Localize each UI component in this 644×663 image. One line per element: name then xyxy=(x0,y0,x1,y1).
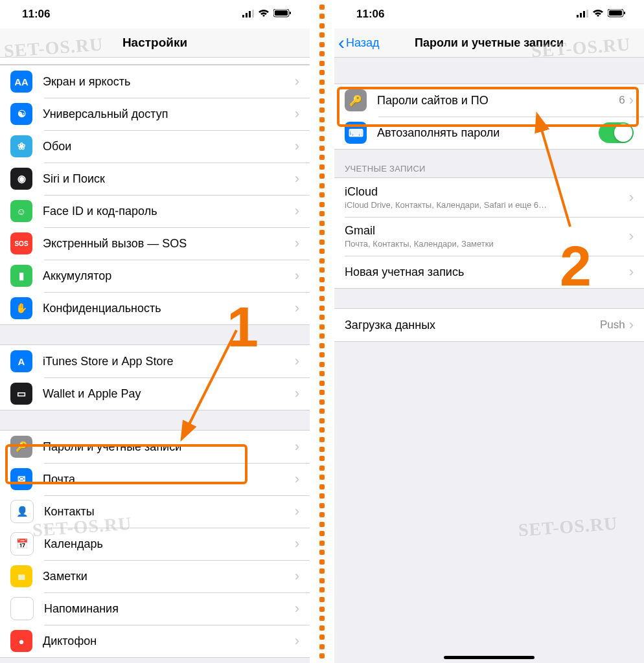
status-bar: 11:06 xyxy=(0,0,310,28)
chevron-right-icon: › xyxy=(629,228,634,245)
mail-icon: ✉ xyxy=(10,468,32,490)
status-time: 11:06 xyxy=(356,8,384,21)
autofill-passwords-row[interactable]: ⌨ Автозаполнять пароли xyxy=(334,117,644,149)
right-screenshot: 11:06 ‹ Назад Пароли и учетные записи 🔑 … xyxy=(334,0,644,663)
settings-row-wallpaper[interactable]: ❀Обои› xyxy=(0,130,310,163)
settings-row-sos[interactable]: SOSЭкстренный вызов — SOS› xyxy=(0,227,310,260)
settings-row-battery[interactable]: ▮Аккумулятор› xyxy=(0,260,310,292)
svg-rect-0 xyxy=(242,15,244,17)
row-label: Siri и Поиск xyxy=(43,172,295,186)
svg-rect-8 xyxy=(580,13,582,17)
row-label: Экран и яркость xyxy=(43,75,295,89)
accessibility-icon: ☯ xyxy=(10,103,32,125)
accounts-header: УЧЕТНЫЕ ЗАПИСИ xyxy=(334,150,644,177)
account-row[interactable]: iCloudiCloud Drive, Контакты, Календари,… xyxy=(334,178,644,217)
siri-icon: ◉ xyxy=(10,168,32,190)
chevron-right-icon: › xyxy=(295,471,299,488)
chevron-right-icon: › xyxy=(295,138,299,155)
chevron-left-icon: ‹ xyxy=(338,33,345,52)
wifi-icon xyxy=(258,8,270,21)
svg-rect-10 xyxy=(586,10,588,17)
chevron-right-icon: › xyxy=(295,170,299,187)
chevron-right-icon: › xyxy=(629,189,634,206)
chevron-right-icon: › xyxy=(295,267,299,284)
calendar-icon: 📅 xyxy=(10,532,34,556)
chevron-right-icon: › xyxy=(295,438,299,455)
settings-row-reminders[interactable]: ⋮Напоминания› xyxy=(0,592,310,625)
account-row[interactable]: Новая учетная запись› xyxy=(334,256,644,288)
row-label: Автозаполнять пароли xyxy=(377,126,599,140)
row-label: Face ID и код-пароль xyxy=(43,205,295,218)
settings-list[interactable]: AAЭкран и яркость›☯Универсальный доступ›… xyxy=(0,58,310,663)
account-sub: iCloud Drive, Контакты, Календари, Safar… xyxy=(345,200,629,210)
display-icon: AA xyxy=(10,71,32,93)
chevron-right-icon: › xyxy=(295,300,299,317)
home-indicator[interactable] xyxy=(444,656,535,659)
row-label: Конфиденциальность xyxy=(43,302,295,315)
back-label: Назад xyxy=(346,36,380,50)
privacy-icon: ✋ xyxy=(10,297,32,319)
settings-row-display[interactable]: AAЭкран и яркость› xyxy=(0,65,310,98)
settings-row-calendar[interactable]: 📅Календарь› xyxy=(0,528,310,560)
account-row[interactable]: GmailПочта, Контакты, Календари, Заметки… xyxy=(334,217,644,256)
settings-row-siri[interactable]: ◉Siri и Поиск› xyxy=(0,163,310,195)
left-screenshot: 11:06 Настройки AAЭкран и яркость›☯Униве… xyxy=(0,0,310,663)
chevron-right-icon: › xyxy=(629,264,634,280)
signal-icon xyxy=(242,8,254,21)
chevron-right-icon: › xyxy=(295,353,299,370)
page-title: Настройки xyxy=(122,36,187,50)
appstore-icon: A xyxy=(10,350,32,372)
faceid-icon: ☺ xyxy=(10,200,32,222)
voicememo-icon: ● xyxy=(10,630,32,652)
row-label: Заметки xyxy=(43,570,295,583)
row-label: Напоминания xyxy=(44,602,295,616)
settings-row-appstore[interactable]: AiTunes Store и App Store› xyxy=(0,345,310,377)
settings-row-mail[interactable]: ✉Почта› xyxy=(0,463,310,495)
svg-rect-2 xyxy=(249,11,251,17)
account-name: Gmail xyxy=(345,224,629,238)
website-passwords-row[interactable]: 🔑 Пароли сайтов и ПО 6 › xyxy=(334,84,644,117)
keyboard-icon: ⌨ xyxy=(345,122,367,144)
row-label: iTunes Store и App Store xyxy=(43,355,295,368)
chevron-right-icon: › xyxy=(629,317,634,333)
battery-icon xyxy=(273,8,292,21)
key-icon: 🔑 xyxy=(345,89,367,111)
settings-row-contacts[interactable]: 👤Контакты› xyxy=(0,495,310,528)
battery-icon: ▮ xyxy=(10,265,32,287)
settings-row-faceid[interactable]: ☺Face ID и код-пароль› xyxy=(0,195,310,227)
settings-row-voicememo[interactable]: ●Диктофон› xyxy=(0,625,310,657)
settings-row-passwords[interactable]: 🔑Пароли и учетные записи› xyxy=(0,431,310,463)
page-title: Пароли и учетные записи xyxy=(415,36,564,50)
settings-row-notes[interactable]: ≣Заметки› xyxy=(0,560,310,592)
svg-rect-3 xyxy=(252,10,254,17)
sos-icon: SOS xyxy=(10,232,32,254)
account-sub: Почта, Контакты, Календари, Заметки xyxy=(345,239,629,249)
settings-row-accessibility[interactable]: ☯Универсальный доступ› xyxy=(0,98,310,130)
chevron-right-icon: › xyxy=(295,503,299,520)
battery-icon xyxy=(608,8,626,21)
chevron-right-icon: › xyxy=(295,203,299,219)
back-button[interactable]: ‹ Назад xyxy=(338,33,380,52)
chevron-right-icon: › xyxy=(295,568,299,585)
chevron-right-icon: › xyxy=(629,92,634,109)
chevron-right-icon: › xyxy=(295,535,299,552)
passwords-list[interactable]: 🔑 Пароли сайтов и ПО 6 › ⌨ Автозаполнять… xyxy=(334,58,644,663)
chevron-right-icon: › xyxy=(295,235,299,252)
svg-rect-13 xyxy=(624,12,625,14)
svg-rect-9 xyxy=(583,11,585,17)
svg-rect-6 xyxy=(290,12,291,14)
svg-rect-7 xyxy=(577,15,579,17)
settings-row-wallet[interactable]: ▭Wallet и Apple Pay› xyxy=(0,377,310,410)
row-label: Пароли и учетные записи xyxy=(43,440,295,454)
fetch-data-row[interactable]: Загрузка данных Push › xyxy=(334,309,644,341)
contacts-icon: 👤 xyxy=(10,500,34,523)
row-label: Аккумулятор xyxy=(43,269,295,283)
navbar-passwords: ‹ Назад Пароли и учетные записи xyxy=(334,28,644,58)
row-label: Пароли сайтов и ПО xyxy=(377,94,619,107)
settings-row-privacy[interactable]: ✋Конфиденциальность› xyxy=(0,292,310,324)
chevron-right-icon: › xyxy=(295,106,299,122)
account-name: iCloud xyxy=(345,185,629,199)
row-label: Универсальный доступ xyxy=(43,107,295,121)
autofill-toggle[interactable] xyxy=(599,122,634,143)
row-label: Wallet и Apple Pay xyxy=(43,387,295,401)
